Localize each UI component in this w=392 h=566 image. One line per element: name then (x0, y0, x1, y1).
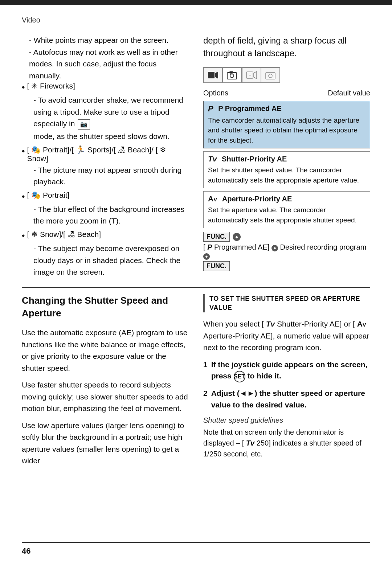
svg-marker-1 (215, 71, 218, 79)
bullet-portrait-sports: • [ 🎭 Portrait]/[ 🏃 Sports]/[ 🏖 Beach]/ … (22, 145, 189, 163)
bottom-section: Changing the Shutter Speed and Aperture … (22, 294, 370, 472)
sidebar-heading-text-2: VALUE (209, 303, 370, 312)
body-text-3: Use low aperture values (larger lens ope… (22, 420, 189, 467)
bullet-dot-2: • (22, 145, 25, 157)
section-header: Video (22, 16, 370, 24)
func-box-2[interactable]: FUNC. (203, 261, 230, 271)
section-divider (22, 287, 370, 288)
bottom-right: To SET THE SHUTTER SPEED OR APERTURE VAL… (203, 294, 370, 472)
guidelines-label: Shutter speed guidelines (203, 416, 370, 424)
ae-option-shutter-title: Tv Shutter-Priority AE (208, 155, 366, 163)
step-2-text: Adjust (◄►) the shutter speed or apertur… (211, 387, 370, 410)
bullet-dot-4: • (22, 230, 25, 241)
page-number-area: 46 (22, 542, 370, 556)
func-row-1: FUNC. ● (203, 232, 370, 242)
bullet-portrait-sports-text: [ 🎭 Portrait]/[ 🏃 Sports]/[ 🏖 Beach]/ [ … (27, 145, 189, 163)
ae-option-programmed: P P Programmed AE The camcorder automati… (203, 101, 370, 149)
ae-option-aperture-title: Av Aperture-Priority AE (208, 194, 366, 203)
top-bar (0, 0, 392, 5)
mode-icon-playback[interactable] (242, 67, 261, 83)
default-value-label: Default value (328, 89, 370, 97)
ae-option-aperture: Av Aperture-Priority AE Set the aperture… (203, 191, 370, 228)
step-2: 2 Adjust (◄►) the shutter speed or apert… (203, 387, 370, 410)
bottom-left: Changing the Shutter Speed and Aperture … (22, 294, 189, 472)
ae-option-shutter: Tv Shutter-Priority AE Set the shutter s… (203, 151, 370, 188)
options-label: Options (203, 89, 228, 97)
bullet-portrait: • [ 🎭 Portrait] (22, 191, 189, 202)
page-content: Video - White points may appear on the s… (0, 5, 392, 487)
bullet-portrait-text: [ 🎭 Portrait] (27, 191, 69, 200)
sidebar-heading-text-1: To SET THE SHUTTER SPEED OR APERTURE (209, 294, 370, 303)
step-2-num: 2 (203, 387, 208, 410)
mode-icon-camera[interactable] (222, 67, 241, 83)
svg-rect-0 (208, 72, 215, 78)
func-sequence-text: [ P Programmed AE] ● Desired recording p… (203, 243, 370, 260)
step-1: 1 If the joystick guide appears on the s… (203, 359, 370, 383)
dash-snow-1: - The subject may become overexposed on … (33, 243, 189, 278)
bullet-fireworks-text: [ ✳ Fireworks] (27, 82, 75, 90)
mode-icon-video[interactable] (204, 67, 222, 83)
sidebar-heading: To SET THE SHUTTER SPEED OR APERTURE VAL… (203, 294, 370, 312)
bullet-snow-beach: • [ ❄ Snow]/[ 🏖 Beach] (22, 230, 189, 241)
ae-option-programmed-title: P P Programmed AE (208, 104, 366, 114)
step-1-text: If the joystick guide appears on the scr… (211, 359, 370, 383)
dash-fireworks-2: mode, as the shutter speed slows down. (33, 131, 189, 143)
set-button-icon: SET (234, 371, 245, 382)
bullet-fireworks: • [ ✳ Fireworks] (22, 82, 189, 93)
shutter-aperture-intro: When you select [ Tv Shutter-Priority AE… (203, 318, 370, 354)
numbered-steps: 1 If the joystick guide appears on the s… (203, 359, 370, 411)
dash-item-1: - White points may appear on the screen. (29, 34, 189, 46)
func-box-1[interactable]: FUNC. (203, 232, 230, 242)
svg-point-9 (269, 74, 272, 78)
landscape-text: depth of field, giving a sharp focus all… (203, 34, 370, 60)
mode-icon-settings[interactable] (261, 67, 280, 83)
func-sequence-row: [ P Programmed AE] ● Desired recording p… (203, 243, 370, 260)
dash-item-2: - Autofocus may not work as well as in o… (29, 46, 189, 82)
bullet-dot: • (22, 82, 25, 93)
svg-point-3 (230, 74, 234, 78)
camera-icon: 📷 (78, 119, 90, 130)
ae-option-aperture-desc: Set the aperture value. The camcorder au… (208, 205, 366, 225)
body-text-2: Use faster shutter speeds to record subj… (22, 379, 189, 415)
page-number: 46 (22, 546, 30, 555)
ae-option-programmed-desc: The camcorder automatically adjusts the … (208, 115, 366, 145)
func-row-2: FUNC. (203, 261, 370, 271)
section-heading: Changing the Shutter Speed and Aperture (22, 294, 189, 320)
body-text-1: Use the automatic exposure (AE) program … (22, 327, 189, 374)
bullet-dot-3: • (22, 191, 25, 202)
dash-portrait-2: - The blur effect of the background incr… (33, 204, 189, 227)
top-two-col: - White points may appear on the screen.… (22, 34, 370, 278)
dash-fireworks-1: - To avoid camcorder shake, we recommend… (33, 94, 189, 130)
bullet-snow-beach-text: [ ❄ Snow]/[ 🏖 Beach] (27, 230, 101, 239)
dash-portrait-1: - The picture may not appear smooth duri… (33, 164, 189, 188)
mode-icons-container (203, 67, 280, 83)
circle-icon-1: ● (233, 233, 241, 241)
guidelines-text: Note that on screen only the denominator… (203, 427, 370, 459)
left-column: - White points may appear on the screen.… (22, 34, 189, 278)
svg-rect-8 (266, 73, 275, 79)
step-1-num: 1 (203, 359, 208, 383)
svg-marker-6 (253, 71, 257, 79)
ae-option-shutter-desc: Set the shutter speed value. The camcord… (208, 165, 366, 185)
options-row: Options Default value (203, 89, 370, 97)
right-column: depth of field, giving a sharp focus all… (203, 34, 370, 278)
